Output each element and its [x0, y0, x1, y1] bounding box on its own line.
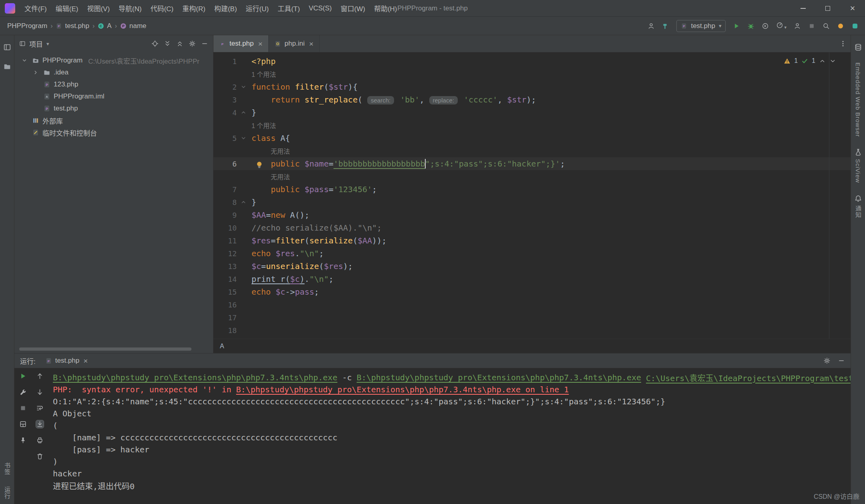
collapse-all-button[interactable] [176, 40, 183, 47]
code-line[interactable]: 4} [213, 106, 851, 119]
hide-run-panel-icon[interactable] [838, 357, 845, 364]
code-line[interactable]: 7 public $pass='123456'; [213, 183, 851, 196]
tree-item[interactable]: PHPProgramC:\Users\袁宏玉\IdeaProjects\PHPP… [14, 54, 213, 66]
menu-item-1[interactable]: 编辑(E) [51, 1, 83, 15]
maximize-button[interactable] [815, 0, 840, 16]
menu-item-10[interactable]: 窗口(W) [336, 1, 370, 15]
project-panel-title[interactable]: 项目 [29, 39, 43, 49]
stop-run-button[interactable] [19, 404, 27, 412]
breadcrumb-item[interactable]: A [220, 343, 224, 350]
tree-item[interactable]: 外部库 [14, 114, 213, 127]
inlay-usage-hint[interactable]: 无用法 [271, 148, 290, 155]
tree-item[interactable]: PHPProgram.iml [14, 90, 213, 102]
code-line[interactable]: 9$AA=new A(); [213, 209, 851, 221]
print-button[interactable] [36, 436, 44, 444]
code-line[interactable]: 15echo $c->pass; [213, 285, 851, 298]
inlay-hint-row[interactable]: 无用法 [213, 170, 851, 183]
next-problem-icon[interactable] [829, 58, 836, 64]
minimize-button[interactable] [791, 0, 815, 16]
chevron-right-icon[interactable] [31, 68, 40, 77]
menu-item-8[interactable]: 工具(T) [273, 1, 304, 15]
horizontal-scrollbar[interactable] [19, 347, 191, 351]
database-toolwindow-button[interactable] [854, 43, 862, 51]
menu-item-5[interactable]: 重构(R) [178, 1, 210, 15]
inspections-widget[interactable]: 1 1 [784, 57, 836, 64]
fold-marker-icon[interactable] [238, 136, 249, 141]
code-line[interactable]: 8} [213, 196, 851, 209]
expand-all-button[interactable] [164, 40, 171, 47]
locate-file-button[interactable] [151, 40, 159, 47]
run-button[interactable] [733, 22, 740, 30]
coverage-button[interactable] [762, 22, 769, 30]
rerun-button[interactable] [19, 372, 27, 380]
breadcrumb-item[interactable]: Pname [120, 22, 147, 30]
stop-button[interactable] [808, 22, 815, 30]
code-line[interactable]: 14print_r($c)."\n"; [213, 273, 851, 285]
menu-item-11[interactable]: 帮助(H) [370, 1, 402, 15]
soft-wrap-button[interactable] [36, 404, 44, 412]
code-line[interactable]: 1<?php [213, 55, 851, 68]
plugin-misc-icon[interactable] [851, 22, 859, 30]
menu-item-3[interactable]: 导航(N) [114, 1, 146, 15]
clear-console-button[interactable] [36, 452, 44, 460]
code-line[interactable]: 5class A{ [213, 132, 851, 145]
run-config-settings-button[interactable] [19, 388, 27, 396]
build-hammer-icon[interactable] [662, 22, 669, 30]
restore-layout-button[interactable] [19, 420, 27, 428]
profiler-button[interactable]: ▾ [776, 22, 787, 30]
intention-bulb-icon[interactable] [255, 161, 264, 169]
inlay-usage-hint[interactable]: 1 个用法 [251, 122, 276, 129]
notifications-toolwindow-button[interactable]: 通知 [854, 195, 862, 218]
close-icon[interactable]: × [258, 40, 263, 48]
account-icon[interactable] [794, 22, 801, 30]
inlay-hint-row[interactable]: 无用法 [213, 145, 851, 157]
menu-item-7[interactable]: 运行(U) [241, 1, 274, 15]
console-link[interactable]: B:\phpstudy\phpstudy_pro\Extensions\php\… [357, 373, 641, 382]
next-occurrence-button[interactable] [36, 388, 44, 396]
run-config-select[interactable]: P test.php ▾ [676, 20, 726, 32]
updates-badge-icon[interactable] [837, 22, 844, 30]
run-toolwindow-button[interactable]: 运行 [3, 486, 11, 499]
breadcrumb-item[interactable]: Ptest.php [56, 22, 89, 30]
tab-php-ini[interactable]: php.ini× [269, 35, 320, 52]
breadcrumb-item[interactable]: CA [98, 22, 111, 30]
chevron-down-icon[interactable] [20, 56, 29, 65]
tab-options-icon[interactable] [839, 40, 847, 47]
prev-problem-icon[interactable] [819, 58, 826, 64]
embedded-browser-toolwindow-button[interactable]: Embedded Web Browser [855, 62, 861, 137]
editor[interactable]: 1<?php1 个用法2function filter($str){3 retu… [213, 52, 851, 339]
fold-marker-icon[interactable] [238, 200, 249, 205]
hide-panel-button[interactable] [201, 40, 208, 47]
folder-toolwindow-button[interactable] [3, 62, 11, 70]
project-toolwindow-button[interactable] [3, 43, 11, 51]
code-line[interactable]: 16 [213, 298, 851, 311]
tree-item[interactable]: P123.php [14, 78, 213, 90]
debug-button[interactable] [747, 22, 754, 30]
inlay-hint-row[interactable]: 1 个用法 [213, 119, 851, 132]
search-everywhere-button[interactable] [823, 22, 830, 30]
close-icon[interactable]: × [309, 40, 314, 48]
code-line[interactable]: 18 [213, 324, 851, 337]
close-button[interactable]: × [840, 0, 865, 16]
pin-tab-button[interactable] [19, 436, 27, 444]
code-line[interactable]: 11$res=filter(serialize($AA)); [213, 234, 851, 247]
scroll-to-end-button[interactable] [36, 420, 44, 428]
console-link[interactable]: C:\Users\袁宏玉\IdeaProjects\PHPProgram\tes… [646, 372, 851, 384]
menu-item-6[interactable]: 构建(B) [210, 1, 241, 15]
code-line[interactable]: 2function filter($str){ [213, 80, 851, 93]
sciview-toolwindow-button[interactable]: SciView [854, 148, 862, 183]
code-line[interactable]: 3 return str_replace( search: 'bb', repl… [213, 93, 851, 106]
menu-item-9[interactable]: VCS(S) [304, 2, 336, 14]
console-link[interactable]: B:\phpstudy\phpstudy_pro\Extensions\php\… [53, 373, 337, 382]
code-line[interactable]: 10//echo serialize($AA)."\n"; [213, 221, 851, 234]
run-settings-icon[interactable] [823, 357, 831, 364]
prev-occurrence-button[interactable] [36, 372, 44, 380]
run-tab[interactable]: P test.php × [42, 353, 91, 368]
breadcrumb-item[interactable]: PHPProgram [7, 22, 47, 30]
code-line[interactable]: 13$c=unserialize($res); [213, 260, 851, 273]
console-link[interactable]: B:\phpstudy\phpstudy_pro\Extensions\php\… [236, 385, 569, 394]
tree-item[interactable]: .idea [14, 66, 213, 78]
tree-item[interactable]: 临时文件和控制台 [14, 127, 213, 139]
project-settings-button[interactable] [189, 40, 196, 47]
tree-item[interactable]: Ptest.php [14, 102, 213, 114]
